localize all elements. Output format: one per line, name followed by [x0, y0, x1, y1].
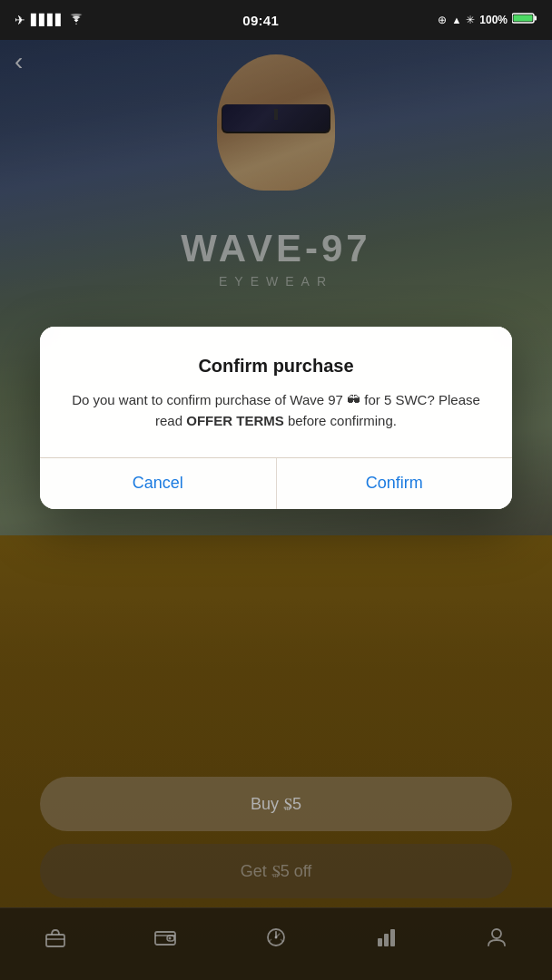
battery-icon — [512, 12, 537, 28]
navigation-icon: ▲ — [451, 15, 461, 25]
status-bar: ✈ ▋▋▋▋ 09:41 ⊕ ▲ ✳ 100% — [0, 0, 552, 40]
dialog-title: Confirm purchase — [65, 356, 487, 377]
battery-label: 100% — [479, 14, 508, 26]
dialog-body: Confirm purchase Do you want to confirm … — [40, 327, 512, 457]
svg-rect-2 — [514, 15, 533, 22]
status-left: ✈ ▋▋▋▋ — [15, 13, 84, 27]
confirm-button[interactable]: Confirm — [277, 458, 513, 509]
airplane-icon: ✈ — [15, 13, 25, 27]
location-icon: ⊕ — [438, 14, 447, 26]
svg-rect-1 — [535, 16, 537, 21]
status-right: ⊕ ▲ ✳ 100% — [438, 12, 537, 28]
cancel-button[interactable]: Cancel — [40, 458, 277, 509]
dialog-message: Do you want to confirm purchase of Wave … — [65, 389, 487, 432]
signal-icon: ▋▋▋▋ — [31, 14, 64, 26]
offer-terms-text: OFFER TERMS — [186, 413, 284, 428]
status-time: 09:41 — [242, 13, 279, 28]
bluetooth-icon: ✳ — [466, 14, 475, 26]
wifi-icon — [69, 13, 84, 27]
confirm-dialog: Confirm purchase Do you want to confirm … — [40, 327, 512, 509]
dialog-actions: Cancel Confirm — [40, 458, 512, 509]
